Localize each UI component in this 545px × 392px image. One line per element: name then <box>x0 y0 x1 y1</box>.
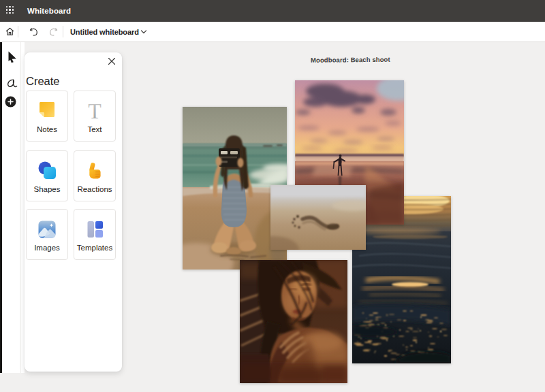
svg-text:T: T <box>88 101 102 121</box>
